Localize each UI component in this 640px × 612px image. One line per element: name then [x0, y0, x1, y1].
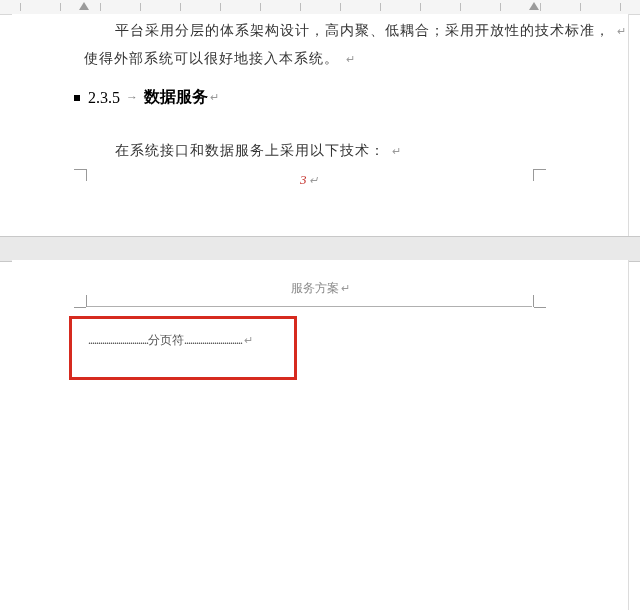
paragraph-mark-icon: ↵: [307, 174, 318, 186]
heading-2-3-5[interactable]: 2.3.5 → 数据服务 ↵: [74, 87, 219, 108]
ruler-tick: [420, 3, 421, 11]
margin-corner-icon: [86, 169, 87, 181]
bullet-icon: [74, 95, 80, 101]
margin-corner-icon: [74, 169, 86, 170]
body-text-line[interactable]: 平台采用分层的体系架构设计，高内聚、低耦合；采用开放性的技术标准， ↵: [115, 17, 627, 45]
paragraph-mark-icon: ↵: [615, 25, 627, 37]
text: 平台采用分层的体系架构设计，高内聚、低耦合；采用开放性的技术标准，: [115, 23, 610, 38]
paragraph-mark-icon: ↵: [390, 145, 402, 157]
page-gap: [0, 236, 640, 262]
tab-arrow-icon: →: [120, 90, 144, 105]
horizontal-ruler[interactable]: [0, 0, 640, 15]
header-rule: [87, 306, 532, 307]
left-indent-marker[interactable]: [79, 2, 89, 10]
body-text-line[interactable]: 使得外部系统可以很好地接入本系统。 ↵: [84, 45, 356, 73]
leader-dots: ..............................: [88, 333, 148, 347]
ruler-tick: [180, 3, 181, 11]
body-text-line[interactable]: 在系统接口和数据服务上采用以下技术： ↵: [115, 137, 402, 165]
ruler-tick: [20, 3, 21, 11]
text: 使得外部系统可以很好地接入本系统。: [84, 51, 339, 66]
page-2[interactable]: 服务方案↵ ..............................分页符.…: [12, 260, 629, 610]
ruler-tick: [380, 3, 381, 11]
ruler-tick: [300, 3, 301, 11]
ruler-tick: [100, 3, 101, 11]
page-number-value: 3: [300, 172, 307, 187]
right-indent-marker[interactable]: [529, 2, 539, 10]
page-break-label: 分页符: [148, 333, 184, 347]
page-header[interactable]: 服务方案↵: [12, 280, 628, 297]
ruler-tick: [460, 3, 461, 11]
margin-corner-icon: [74, 307, 86, 308]
ruler-tick: [260, 3, 261, 11]
ruler-tick: [140, 3, 141, 11]
margin-corner-icon: [534, 307, 546, 308]
margin-corner-icon: [534, 169, 546, 170]
paragraph-mark-icon: ↵: [208, 91, 219, 104]
footer-page-number[interactable]: 3↵: [300, 172, 318, 188]
document-editing-area[interactable]: 平台采用分层的体系架构设计，高内聚、低耦合；采用开放性的技术标准， ↵ 使得外部…: [0, 0, 640, 612]
margin-corner-icon: [533, 295, 534, 307]
ruler-tick: [500, 3, 501, 11]
page-1[interactable]: 平台采用分层的体系架构设计，高内聚、低耦合；采用开放性的技术标准， ↵ 使得外部…: [12, 14, 629, 236]
page-break-indicator[interactable]: ..............................分页符.......…: [88, 332, 253, 349]
ruler-tick: [540, 3, 541, 11]
heading-text: 数据服务: [144, 87, 208, 108]
ruler-tick: [580, 3, 581, 11]
ruler-tick: [220, 3, 221, 11]
text: 在系统接口和数据服务上采用以下技术：: [115, 143, 385, 158]
leader-dots: .............................: [184, 333, 242, 347]
ruler-tick: [340, 3, 341, 11]
heading-number: 2.3.5: [88, 89, 120, 107]
header-text: 服务方案: [291, 281, 339, 295]
margin-corner-icon: [533, 169, 534, 181]
ruler-tick: [620, 3, 621, 11]
margin-corner-icon: [86, 295, 87, 307]
paragraph-mark-icon: ↵: [339, 282, 350, 294]
ruler-tick: [60, 3, 61, 11]
paragraph-mark-icon: ↵: [344, 53, 356, 65]
paragraph-mark-icon: ↵: [242, 334, 253, 346]
